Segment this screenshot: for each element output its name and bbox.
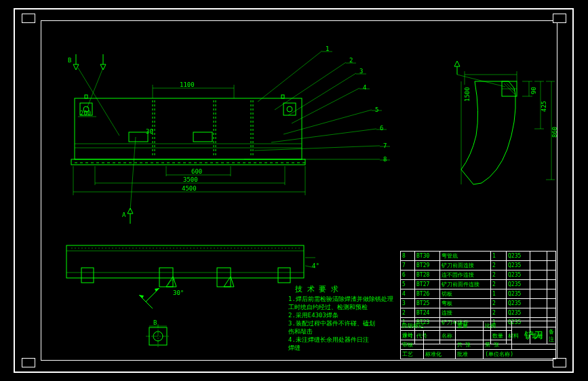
bom-cell-mat: Q235 [507,270,530,280]
svg-marker-48 [73,64,79,70]
bom-cell-note [547,280,556,289]
bom-cell-note [547,252,556,261]
bom-cell-qty: 2 [491,261,507,270]
tb-appr: 批准 [455,350,484,359]
balloon-5: 5 [375,106,378,113]
svg-rect-84 [278,268,290,283]
bom-cell-name: 弯管底 [440,252,491,261]
bom-cell-mat: Q235 [507,261,530,270]
bom-cell-note [547,299,556,308]
svg-rect-11 [129,132,148,142]
bom-cell-name: 铲刀前面连接 [440,261,491,270]
bom-cell-wt [530,299,547,308]
bom-row: 6BT28连不固作连接2Q235 [401,270,556,280]
bom-cell-no: 4 [401,289,415,299]
svg-marker-74 [454,61,460,66]
dim-30: 30 [146,128,153,135]
balloon-8: 8 [383,156,387,163]
dim-3500: 3500 [183,176,198,183]
svg-line-20 [258,51,322,102]
bom-row: 2BT24连接2Q235 [401,308,556,318]
section-mark-a-lower: A [122,212,126,218]
bom-cell-code: BT28 [415,270,440,280]
svg-line-52 [87,68,103,108]
dim-90: 90 [530,87,537,94]
bom-cell-qty: 2 [491,270,507,280]
bom-cell-wt [530,308,547,318]
drawing-title: 铲刀 [512,321,556,350]
balloon-2: 2 [349,57,353,64]
dim-angle4: 4° [312,262,319,269]
title-block: 阶段标记 重量 比例 铲刀 设计 审核 共 张 第 张 工艺 标准化 批准 (单… [400,321,556,359]
bom-cell-no: 6 [401,270,415,280]
bom-cell-wt [530,252,547,261]
dim-425: 425 [541,101,547,112]
tb-scale: 比例 [484,321,512,331]
bom-cell-wt [530,270,547,280]
tb-sheet: 共 张 [455,340,484,350]
tb-sheetof: 第 张 [484,340,512,350]
bom-cell-qty: 2 [491,280,507,289]
tech-requirements: 技 术 要 求 1.焊后前需检验清除焊渣并做除锈处理 工时统自约经过、检测和预检… [288,285,393,351]
bom-cell-note [547,270,556,280]
tb-check: 审核 [401,340,424,350]
svg-rect-83 [217,268,231,287]
tb-std: 标准化 [423,350,455,359]
bom-row: 3BT25弯板2Q235 [401,299,556,308]
bom-cell-no: 2 [401,308,415,318]
bom-cell-mat: Q235 [507,289,530,299]
tech-req-line: 工时统自约经过、检测和预检 [288,304,368,310]
dim-1500: 1500 [464,87,471,102]
bom-cell-name: 铲刀前面件连接 [440,280,491,289]
dim-600: 600 [191,168,202,175]
svg-line-24 [283,110,372,134]
svg-rect-12 [193,132,212,142]
bom-cell-name: 连接 [440,308,491,318]
bom-row: 4BT26切板1Q235 [401,289,556,299]
section-marks-top: B A [68,54,136,224]
tech-req-line: 1.焊后前需检验清除焊渣并做除锈处理 [288,296,393,302]
balloon-6: 6 [380,125,383,132]
bom-cell-qty: 1 [491,289,507,299]
tech-req-line: 3.装配过程中器件不许碰、磕划 [288,320,375,327]
bom-cell-mat: Q235 [507,299,530,308]
svg-rect-82 [159,268,173,287]
bom-cell-wt [530,280,547,289]
svg-line-76 [457,75,505,87]
dim-1100: 1100 [180,81,195,88]
bom-cell-qty: 2 [491,308,507,318]
detail-b: B [146,319,170,348]
bom-cell-no: 8 [401,252,415,261]
tech-req-line: 2.采用E4303焊条 [288,312,338,319]
bom-cell-qty: 2 [491,299,507,308]
bom-cell-code: BT27 [415,280,440,289]
tb-stage: 阶段标记 [401,321,456,331]
bom-row: 8BT30弯管底1Q235 [401,252,556,261]
tech-req-line: 焊缝 [288,344,300,351]
bom-row: 7BT29铲刀前面连接2Q235 [401,261,556,270]
balloon-1: 1 [326,45,329,52]
section-mark-b: B [68,57,71,64]
svg-rect-14 [283,103,296,115]
bom-cell-wt [530,261,547,270]
svg-marker-86 [155,288,159,292]
bom-cell-note [547,308,556,318]
tech-req-heading: 技 术 要 求 [294,285,338,294]
side-view: 90 425 860 1500 [454,61,558,184]
balloon-3: 3 [359,68,363,75]
dim-4500: 4500 [182,185,197,192]
bom-cell-name: 连不固作连接 [440,270,491,280]
bom-cell-mat: Q235 [507,252,530,261]
dim-860: 860 [551,127,558,138]
tech-req-line: 4.未注焊缝长余用处器件日注 [288,336,369,343]
bom-cell-code: BT24 [415,308,440,318]
tech-req-line: 伤和敲击 [288,328,313,335]
balloon-7: 7 [383,142,387,149]
bom-cell-qty: 1 [491,252,507,261]
detail-label-b: B [153,319,157,326]
bom-cell-no: 5 [401,280,415,289]
bom-cell-code: BT25 [415,299,440,308]
bom-cell-no: 7 [401,261,415,270]
svg-line-22 [288,73,356,115]
svg-rect-81 [81,268,94,283]
